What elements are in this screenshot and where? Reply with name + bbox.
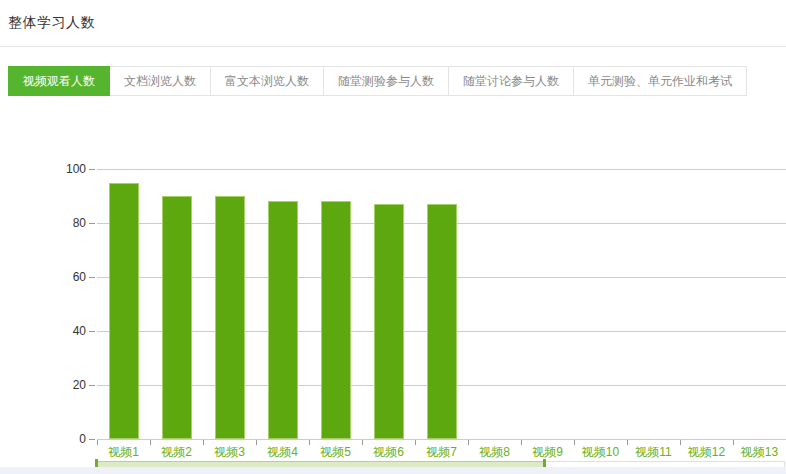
x-axis-label-video-13: 视频13 xyxy=(733,445,786,459)
bar-video-5[interactable] xyxy=(321,201,351,439)
bar-video-7[interactable] xyxy=(427,204,457,439)
x-axis-label-video-8: 视频8 xyxy=(468,445,521,459)
y-axis-tick xyxy=(89,277,95,278)
x-axis-label-video-2: 视频2 xyxy=(150,445,203,459)
y-axis-label: 80 xyxy=(46,216,86,230)
x-axis-label-video-10: 视频10 xyxy=(574,445,627,459)
x-axis-label-video-6: 视频6 xyxy=(362,445,415,459)
y-axis-tick xyxy=(89,169,95,170)
y-axis-label: 0 xyxy=(46,432,86,446)
y-axis-tick xyxy=(89,223,95,224)
y-axis-tick xyxy=(89,385,95,386)
bar-video-2[interactable] xyxy=(162,196,192,439)
gridline xyxy=(97,169,786,170)
x-axis-label-video-1: 视频1 xyxy=(97,445,150,459)
bar-video-3[interactable] xyxy=(215,196,245,439)
bar-video-1[interactable] xyxy=(109,183,139,440)
y-axis-label: 20 xyxy=(46,378,86,392)
bar-chart: 020406080100视频1视频2视频3视频4视频5视频6视频7视频8视频9视… xyxy=(0,0,786,474)
page-background-strip xyxy=(0,467,786,474)
y-axis-label: 100 xyxy=(46,162,86,176)
y-axis-tick xyxy=(89,331,95,332)
x-axis-label-video-12: 视频12 xyxy=(680,445,733,459)
x-axis-label-video-3: 视频3 xyxy=(203,445,256,459)
x-axis-label-video-11: 视频11 xyxy=(627,445,680,459)
gridline xyxy=(97,439,786,440)
y-axis-tick xyxy=(89,439,95,440)
x-axis-label-video-5: 视频5 xyxy=(309,445,362,459)
y-axis-label: 40 xyxy=(46,324,86,338)
bar-video-4[interactable] xyxy=(268,201,298,439)
bar-video-6[interactable] xyxy=(374,204,404,439)
x-axis-label-video-4: 视频4 xyxy=(256,445,309,459)
x-axis-label-video-9: 视频9 xyxy=(521,445,574,459)
y-axis-label: 60 xyxy=(46,270,86,284)
x-axis-label-video-7: 视频7 xyxy=(415,445,468,459)
